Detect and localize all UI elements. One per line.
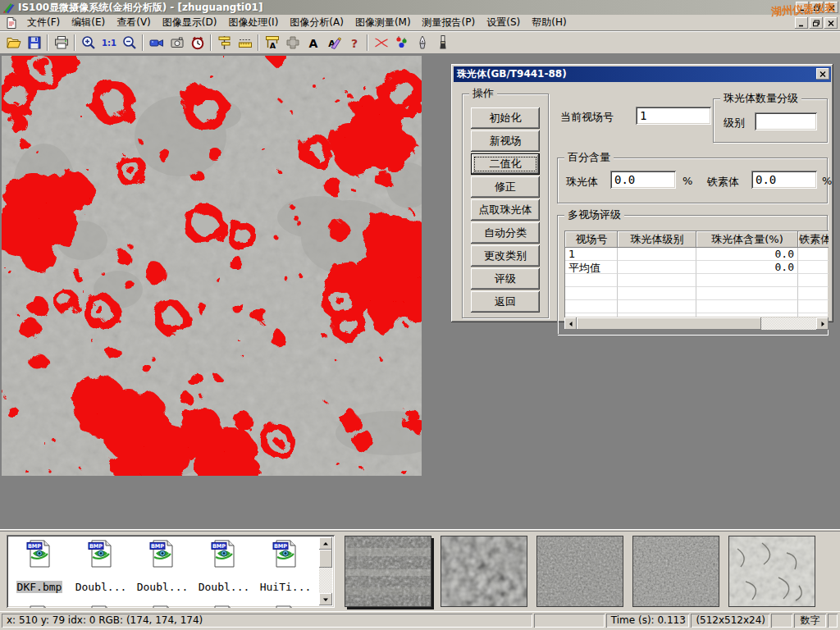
pattern-icon[interactable] <box>282 33 303 52</box>
toolbar-separator <box>367 34 368 51</box>
camera-icon[interactable] <box>167 33 187 52</box>
file-item[interactable]: BMP <box>71 603 131 608</box>
svg-text:1:1: 1:1 <box>102 39 116 48</box>
scroll-down-icon[interactable] <box>319 593 332 605</box>
file-name: Doubl... <box>198 581 251 593</box>
vscroll-thumb[interactable] <box>319 550 332 568</box>
table-cell <box>696 300 798 313</box>
file-item[interactable]: BMPDoubl... <box>194 537 254 593</box>
table-header-2[interactable]: 珠光体级别 <box>618 231 696 248</box>
toolbar-separator <box>210 34 212 51</box>
table-row[interactable] <box>565 287 829 300</box>
scroll-left-icon[interactable] <box>564 317 577 330</box>
thumbnail-image[interactable] <box>345 536 431 607</box>
mdi-minimize-button[interactable] <box>795 17 808 29</box>
menu-item-4[interactable]: 图像显示(D) <box>157 14 223 31</box>
level-input[interactable] <box>755 112 817 130</box>
file-item[interactable]: BMP <box>9 603 70 608</box>
document-icon[interactable] <box>5 16 18 30</box>
save-icon[interactable] <box>24 33 44 52</box>
op-button-7[interactable]: 更改类别 <box>471 245 540 267</box>
op-button-3[interactable]: 二值化 <box>471 153 540 175</box>
multifield-table[interactable]: 视场号珠光体级别珠光体含量(%)铁素体含量(%)10.0平均值0.0 <box>564 231 829 317</box>
thumbnail-image[interactable] <box>728 536 815 607</box>
help-icon[interactable]: ? <box>344 33 364 52</box>
table-row[interactable]: 平均值0.0 <box>565 261 829 274</box>
table-header-1[interactable]: 视场号 <box>565 231 618 248</box>
table-row[interactable] <box>565 300 829 313</box>
brush-icon[interactable] <box>432 33 453 52</box>
pen-icon[interactable] <box>412 33 432 52</box>
menu-item-5[interactable]: 图像处理(I) <box>222 14 284 31</box>
operation-group: 操作 初始化新视场二值化修正点取珠光体自动分类更改类别评级返回 <box>462 94 549 318</box>
file-list-scrollbar[interactable] <box>319 537 332 605</box>
file-item[interactable]: BMPDoubl... <box>71 537 131 593</box>
menu-item-2[interactable]: 编辑(E) <box>66 14 111 31</box>
pearlite-percent-sign: % <box>682 175 692 187</box>
file-list[interactable]: BMPDKF.bmpBMPDoubl...BMPDoubl...BMPDoubl… <box>7 535 335 608</box>
svg-text:BMP: BMP <box>151 543 164 550</box>
menu-item-3[interactable]: 查看(V) <box>111 14 157 31</box>
minimize-button[interactable] <box>796 2 809 13</box>
op-button-8[interactable]: 评级 <box>471 268 540 290</box>
file-item[interactable]: BMP <box>255 603 316 608</box>
metallographic-image[interactable] <box>2 56 422 476</box>
scroll-up-icon[interactable] <box>319 537 332 550</box>
dialog-close-button[interactable] <box>816 68 829 80</box>
dialog-titlebar[interactable]: 珠光体(GB/T9441-88) <box>454 66 831 82</box>
close-button[interactable] <box>825 2 838 13</box>
thumbnail-image[interactable] <box>632 536 719 607</box>
current-field-input[interactable]: 1 <box>636 107 711 125</box>
color-balls-icon[interactable] <box>391 33 412 52</box>
caliper-icon[interactable] <box>214 33 235 52</box>
annotate-icon[interactable]: A <box>323 33 344 52</box>
table-cell <box>798 261 829 274</box>
op-button-6[interactable]: 自动分类 <box>471 222 540 244</box>
menu-item-6[interactable]: 图像分析(A) <box>284 14 349 31</box>
table-row[interactable] <box>565 274 829 287</box>
zoom-out-icon[interactable] <box>119 33 139 52</box>
menu-item-1[interactable]: 文件(F) <box>21 14 66 31</box>
scroll-right-icon[interactable] <box>816 317 829 330</box>
ferrite-percent-input[interactable]: 0.0 <box>751 171 817 189</box>
menu-item-9[interactable]: 设置(S) <box>481 14 526 31</box>
menu-item-10[interactable]: 帮助(H) <box>526 14 572 31</box>
ruler-icon[interactable] <box>235 33 255 52</box>
table-row[interactable]: 10.0 <box>565 248 829 261</box>
file-item[interactable]: BMP <box>132 603 193 608</box>
video-camera-icon[interactable] <box>146 33 167 52</box>
thumbnail-image[interactable] <box>441 536 527 607</box>
print-icon[interactable] <box>51 33 71 52</box>
clock-icon[interactable] <box>187 33 208 52</box>
thumbnail-image[interactable] <box>536 536 623 607</box>
curve-cut-icon[interactable] <box>371 33 391 52</box>
zoom-actual-icon[interactable]: 1:1 <box>98 33 119 52</box>
hscroll-thumb[interactable] <box>577 317 761 330</box>
caliper-text-icon[interactable]: A <box>262 33 282 52</box>
menu-item-7[interactable]: 图像测量(M) <box>349 14 417 31</box>
table-hscrollbar[interactable] <box>564 317 829 330</box>
op-button-9[interactable]: 返回 <box>471 291 540 313</box>
menu-item-8[interactable]: 测量报告(P) <box>417 14 482 31</box>
text-icon[interactable]: A <box>303 33 323 52</box>
op-button-1[interactable]: 初始化 <box>471 107 540 129</box>
file-item[interactable]: BMP <box>194 603 254 608</box>
file-item[interactable]: BMPDKF.bmp <box>9 537 70 593</box>
zoom-in-icon[interactable] <box>78 33 98 52</box>
file-name: Doubl... <box>136 581 189 593</box>
file-item[interactable]: BMPHuiTi... <box>255 537 316 593</box>
pearlite-label: 珠光体 <box>566 175 598 189</box>
restore-button[interactable] <box>810 2 824 13</box>
op-button-4[interactable]: 修正 <box>471 176 540 198</box>
open-icon[interactable] <box>3 33 24 52</box>
pearlite-percent-input[interactable]: 0.0 <box>610 171 676 189</box>
table-header-3[interactable]: 珠光体含量(%) <box>696 231 798 248</box>
file-item[interactable]: BMPDoubl... <box>132 537 193 593</box>
table-header-4[interactable]: 铁素体含量(%) <box>798 231 829 248</box>
mdi-restore-button[interactable] <box>810 17 823 29</box>
mdi-close-button[interactable] <box>824 17 838 29</box>
svg-text:BMP: BMP <box>274 543 287 550</box>
op-button-5[interactable]: 点取珠光体 <box>471 199 540 221</box>
file-name: HuiTi... <box>259 581 313 593</box>
op-button-2[interactable]: 新视场 <box>471 130 540 152</box>
